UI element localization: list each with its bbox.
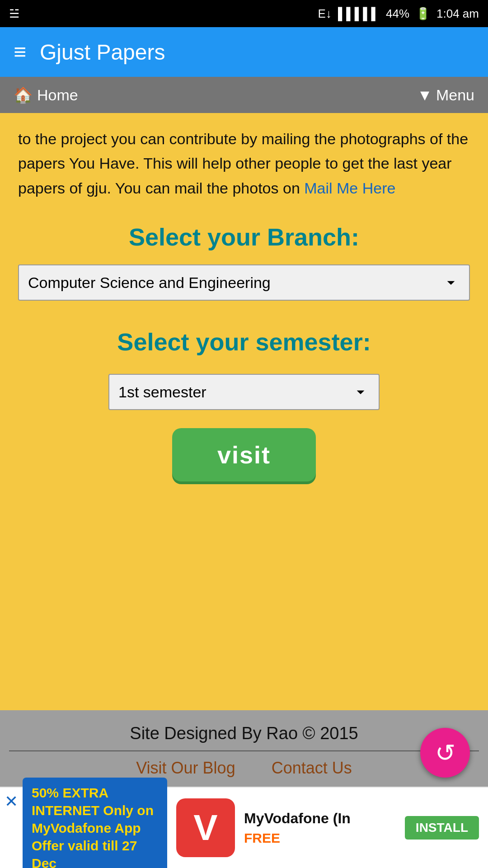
ad-app-info: MyVodafone (In FREE [244,810,398,846]
time-display: 1:04 am [436,7,479,21]
network-icon: E↓ [318,7,332,21]
ad-close-button[interactable]: ✕ [5,792,18,811]
status-right: E↓ ▌▌▌▌▌ 44% 🔋 1:04 am [318,7,479,21]
hamburger-icon[interactable]: ≡ [14,41,26,63]
vodafone-icon-block: V [176,798,235,857]
footer-links: Visit Our Blog Contact Us [9,759,479,778]
select-semester-heading: Select your semester: [18,328,470,356]
signal-icon: ▌▌▌▌▌ [338,7,380,21]
menu-label: Menu [436,86,474,104]
select-branch-heading: Select your Branch: [18,223,470,251]
app-title: Gjust Papers [40,40,165,65]
vodafone-logo-icon: V [193,807,217,849]
nav-bar: 🏠 Home ▼ Menu [0,77,488,113]
battery-icon: 🔋 [416,7,430,21]
app-icon: ☱ [9,7,19,21]
intro-paragraph: to the project you can contribute by mai… [18,127,470,200]
menu-arrow-icon: ▼ [417,86,432,104]
ad-app-name: MyVodafone (In [244,810,398,827]
semester-select[interactable]: 1st semester 2nd semester 3rd semester 4… [108,374,380,410]
contact-us-link[interactable]: Contact Us [272,759,352,778]
ad-banner: ✕ 50% EXTRA INTERNET Only on MyVodafone … [0,787,488,868]
visit-button[interactable]: visit [172,428,316,481]
battery-percent: 44% [386,7,409,21]
footer-divider [9,750,479,751]
branch-select[interactable]: Computer Science and Engineering Electro… [18,264,470,301]
footer-credit: Site Designed By Rao © 2015 [9,724,479,743]
semester-select-wrapper: 1st semester 2nd semester 3rd semester 4… [18,374,470,410]
visit-button-wrapper: visit [18,428,470,481]
ad-text: 50% EXTRA INTERNET Only on MyVodafone Ap… [23,778,167,868]
main-content: to the project you can contribute by mai… [0,113,488,710]
mail-me-link[interactable]: Mail Me Here [304,179,395,197]
footer: Site Designed By Rao © 2015 Visit Our Bl… [0,710,488,787]
status-bar: ☱ E↓ ▌▌▌▌▌ 44% 🔋 1:04 am [0,0,488,27]
home-label: Home [37,86,78,104]
ad-free-label: FREE [244,830,398,846]
status-left: ☱ [9,7,19,21]
visit-blog-link[interactable]: Visit Our Blog [136,759,235,778]
home-icon: 🏠 [14,86,33,104]
refresh-icon: ↺ [435,739,455,767]
app-bar: ≡ Gjust Papers [0,27,488,77]
nav-home-button[interactable]: 🏠 Home [14,86,78,104]
ad-install-button[interactable]: INSTALL [405,816,479,840]
floating-action-button[interactable]: ↺ [420,728,470,778]
nav-menu-button[interactable]: ▼ Menu [417,86,474,104]
